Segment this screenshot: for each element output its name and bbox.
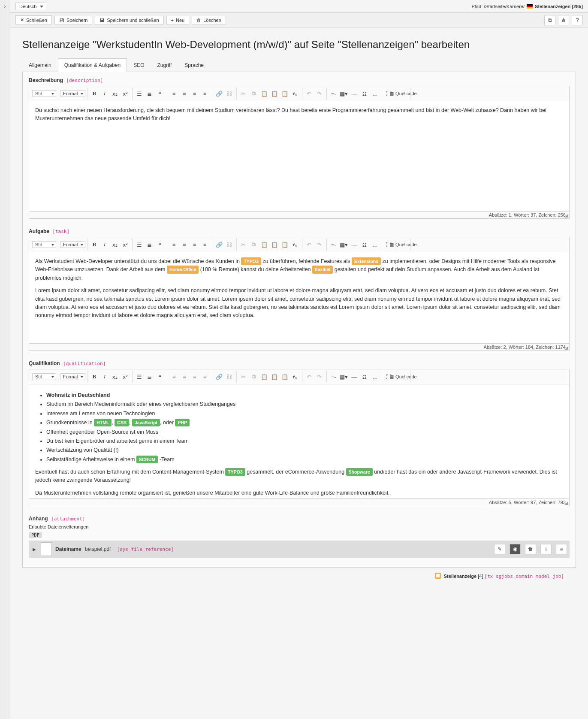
softhyphen-button[interactable]: ¬-	[329, 239, 339, 250]
unlink-button[interactable]: ⛓	[224, 88, 235, 99]
cut-button[interactable]: ✂	[238, 239, 249, 250]
paste-word-button[interactable]: 📋	[280, 372, 290, 382]
softhyphen-button[interactable]: ¬-	[329, 372, 339, 382]
align-left-button[interactable]: ≡	[169, 239, 179, 250]
style-select[interactable]: Stil	[32, 241, 56, 248]
paste-word-button[interactable]: 📋	[280, 239, 290, 250]
table-button[interactable]: ▦▾	[339, 372, 349, 382]
tab-seo[interactable]: SEO	[127, 58, 151, 72]
link-button[interactable]: 🔗	[214, 239, 224, 250]
bold-button[interactable]: B	[89, 88, 100, 99]
save-close-button[interactable]: Speichern und schließen	[95, 16, 163, 24]
align-left-button[interactable]: ≡	[169, 88, 179, 99]
ol-button[interactable]: ☰	[134, 372, 145, 382]
align-justify-button[interactable]: ≡	[200, 88, 210, 99]
format-select[interactable]: Format	[60, 90, 85, 97]
ol-button[interactable]: ☰	[134, 239, 145, 250]
drag-file-handle[interactable]: ≡	[556, 544, 567, 554]
unlink-button[interactable]: ⛓	[224, 239, 235, 250]
paste-text-button[interactable]: 📋	[269, 372, 280, 382]
info-file-button[interactable]: i	[540, 544, 552, 554]
expand-sidebar-icon[interactable]: ›	[4, 3, 6, 9]
remove-format-button[interactable]: Iₓ	[290, 372, 300, 382]
delete-button[interactable]: 🗑 Löschen	[192, 16, 226, 24]
source-button[interactable]: ▦Quellcode	[398, 372, 408, 382]
copy-button[interactable]: ⧉	[249, 88, 259, 99]
redo-button[interactable]: ↷	[314, 372, 325, 382]
subscript-button[interactable]: x₂	[110, 88, 120, 99]
hr-button[interactable]: ―	[349, 372, 359, 382]
italic-button[interactable]: I	[100, 88, 110, 99]
specialchar-button[interactable]: Ω	[359, 88, 370, 99]
paste-button[interactable]: 📋	[259, 88, 269, 99]
open-external-button[interactable]: ⧉	[544, 15, 555, 25]
subscript-button[interactable]: x₂	[110, 372, 120, 382]
style-select[interactable]: Stil	[32, 373, 56, 380]
specialchar-button[interactable]: Ω	[359, 372, 370, 382]
share-button[interactable]: ⋔	[558, 15, 569, 25]
bold-button[interactable]: B	[89, 239, 100, 250]
editor-qualification-area[interactable]: Wohnsitz in Deutschland Studium im Berei…	[29, 384, 569, 498]
softhyphen-button[interactable]: ¬-	[329, 88, 339, 99]
ul-button[interactable]: ≣	[145, 239, 155, 250]
tab-general[interactable]: Allgemein	[22, 58, 58, 72]
format-select[interactable]: Format	[60, 241, 85, 248]
editor-description-area[interactable]: Du suchst nach einer neuen Herausforderu…	[29, 101, 569, 211]
close-button[interactable]: ✕ Schließen	[15, 15, 52, 24]
align-center-button[interactable]: ≡	[179, 88, 190, 99]
remove-format-button[interactable]: Iₓ	[290, 239, 300, 250]
align-center-button[interactable]: ≡	[179, 372, 190, 382]
style-select[interactable]: Stil	[32, 90, 56, 97]
table-button[interactable]: ▦▾	[339, 88, 349, 99]
align-left-button[interactable]: ≡	[169, 372, 179, 382]
superscript-button[interactable]: x²	[120, 239, 130, 250]
italic-button[interactable]: I	[100, 372, 110, 382]
nbsp-button[interactable]: ⎵	[370, 88, 380, 99]
align-right-button[interactable]: ≡	[190, 372, 200, 382]
paste-text-button[interactable]: 📋	[269, 239, 280, 250]
paste-button[interactable]: 📋	[259, 372, 269, 382]
align-justify-button[interactable]: ≡	[200, 239, 210, 250]
quote-button[interactable]: ❝	[155, 88, 165, 99]
align-right-button[interactable]: ≡	[190, 88, 200, 99]
editor-task-area[interactable]: Als Werkstudent Web-Developer unterstütz…	[29, 252, 569, 343]
help-button[interactable]: ?	[572, 15, 583, 25]
paste-button[interactable]: 📋	[259, 239, 269, 250]
nbsp-button[interactable]: ⎵	[370, 239, 380, 250]
quote-button[interactable]: ❝	[155, 372, 165, 382]
ul-button[interactable]: ≣	[145, 88, 155, 99]
tab-language[interactable]: Sprache	[178, 58, 210, 72]
hr-button[interactable]: ―	[349, 88, 359, 99]
paste-text-button[interactable]: 📋	[269, 88, 280, 99]
edit-file-button[interactable]: ✎	[494, 544, 505, 554]
align-justify-button[interactable]: ≡	[200, 372, 210, 382]
source-button[interactable]: ▦ Quellcode	[398, 88, 408, 99]
copy-button[interactable]: ⧉	[249, 239, 259, 250]
link-button[interactable]: 🔗	[214, 88, 224, 99]
ul-button[interactable]: ≣	[145, 372, 155, 382]
tab-qualification[interactable]: Qualifikation & Aufgaben	[58, 58, 127, 72]
subscript-button[interactable]: x₂	[110, 239, 120, 250]
source-button[interactable]: ▦Quellcode	[398, 239, 408, 250]
undo-button[interactable]: ↶	[304, 88, 314, 99]
nbsp-button[interactable]: ⎵	[370, 372, 380, 382]
copy-button[interactable]: ⧉	[249, 372, 259, 382]
superscript-button[interactable]: x²	[120, 88, 130, 99]
cut-button[interactable]: ✂	[238, 372, 249, 382]
new-button[interactable]: + Neu	[166, 16, 190, 24]
align-center-button[interactable]: ≡	[179, 239, 190, 250]
delete-file-button[interactable]: 🗑	[525, 544, 536, 554]
toggle-visibility-button[interactable]: ◉	[510, 544, 521, 554]
hr-button[interactable]: ―	[349, 239, 359, 250]
superscript-button[interactable]: x²	[120, 372, 130, 382]
bold-button[interactable]: B	[89, 372, 100, 382]
redo-button[interactable]: ↷	[314, 88, 325, 99]
link-button[interactable]: 🔗	[214, 372, 224, 382]
expand-row-icon[interactable]: ▶	[31, 547, 37, 552]
language-select[interactable]: Deutsch	[15, 3, 46, 10]
quote-button[interactable]: ❝	[155, 239, 165, 250]
unlink-button[interactable]: ⛓	[224, 372, 235, 382]
undo-button[interactable]: ↶	[304, 239, 314, 250]
italic-button[interactable]: I	[100, 239, 110, 250]
remove-format-button[interactable]: Iₓ	[290, 88, 300, 99]
